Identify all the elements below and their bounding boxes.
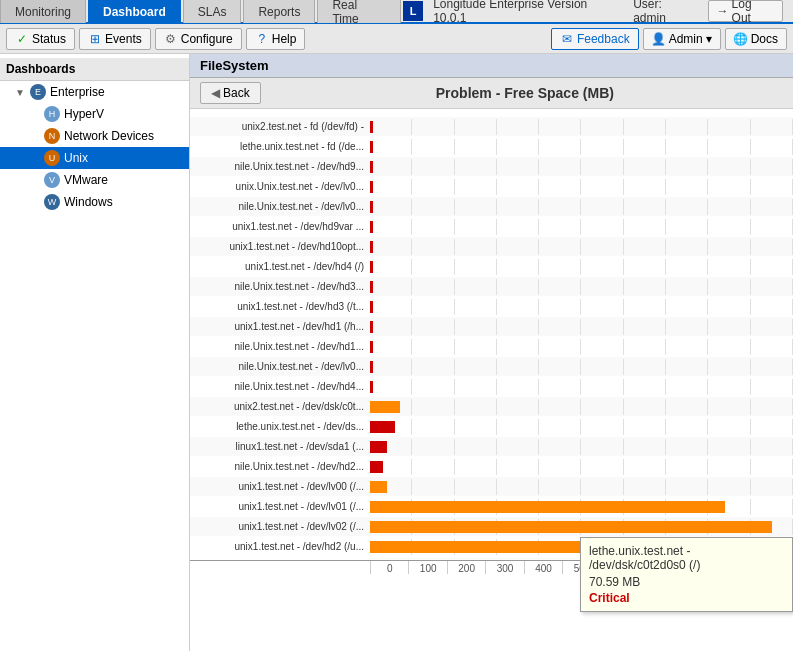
chart-row[interactable]: nile.Unix.test.net - /dev/hd4... xyxy=(190,377,793,396)
admin-icon: 👤 xyxy=(652,32,666,46)
logout-icon: → xyxy=(717,4,729,18)
chart-bar-area xyxy=(370,419,793,435)
tab-slas[interactable]: SLAs xyxy=(183,0,242,23)
events-button[interactable]: ⊞ Events xyxy=(79,28,151,50)
chart-bar xyxy=(370,521,772,533)
tooltip: lethe.unix.test.net - /dev/dsk/c0t2d0s0 … xyxy=(580,537,793,612)
chart-row-label: unix.Unix.test.net - /dev/lv0... xyxy=(190,181,370,192)
chart-title: Problem - Free Space (MB) xyxy=(267,85,783,101)
chart-bar-area xyxy=(370,499,793,515)
chart-row[interactable]: nile.Unix.test.net - /dev/hd9... xyxy=(190,157,793,176)
chart-row[interactable]: nile.Unix.test.net - /dev/lv0... xyxy=(190,357,793,376)
chart-row[interactable]: unix1.test.net - /dev/lv00 (/... xyxy=(190,477,793,496)
chart-row[interactable]: unix2.test.net - fd (/dev/fd) - xyxy=(190,117,793,136)
admin-button[interactable]: 👤 Admin ▾ xyxy=(643,28,721,50)
sidebar-item-windows[interactable]: W Windows xyxy=(0,191,189,213)
chart-rows: unix2.test.net - fd (/dev/fd) -lethe.uni… xyxy=(190,117,793,556)
chart-row-label: nile.Unix.test.net - /dev/hd3... xyxy=(190,281,370,292)
chart-row[interactable]: unix.Unix.test.net - /dev/lv0... xyxy=(190,177,793,196)
chart-bar xyxy=(370,401,400,413)
status-label: Status xyxy=(32,32,66,46)
chart-bar xyxy=(370,501,725,513)
x-axis-tick: 0 xyxy=(370,561,408,574)
chart-row[interactable]: unix1.test.net - /dev/lv02 (/... xyxy=(190,517,793,536)
app-user: User: admin xyxy=(633,0,697,25)
chart-bar xyxy=(370,201,373,213)
sidebar-vmware-label: VMware xyxy=(64,173,108,187)
logout-label: Log Out xyxy=(732,0,774,25)
chart-row-label: nile.Unix.test.net - /dev/hd9... xyxy=(190,161,370,172)
help-button[interactable]: ? Help xyxy=(246,28,306,50)
tab-monitoring[interactable]: Monitoring xyxy=(0,0,86,23)
chart-row[interactable]: lethe.unix.test.net - /dev/ds... xyxy=(190,417,793,436)
chart-row-label: linux1.test.net - /dev/sda1 (... xyxy=(190,441,370,452)
chart-row[interactable]: nile.Unix.test.net - /dev/hd2... xyxy=(190,457,793,476)
tree-leaf-icon xyxy=(28,108,40,120)
tree-leaf-icon5 xyxy=(28,196,40,208)
feedback-button[interactable]: ✉ Feedback xyxy=(551,28,639,50)
chart-row[interactable]: nile.Unix.test.net - /dev/hd1... xyxy=(190,337,793,356)
status-icon: ✓ xyxy=(15,32,29,46)
app-logo: L xyxy=(403,1,423,21)
chart-bar-area xyxy=(370,339,793,355)
content-toolbar: ◀ Back Problem - Free Space (MB) xyxy=(190,78,793,109)
tab-realtime[interactable]: Real Time xyxy=(317,0,401,23)
chart-row-label: nile.Unix.test.net - /dev/lv0... xyxy=(190,361,370,372)
chart-row[interactable]: unix1.test.net - /dev/hd10opt... xyxy=(190,237,793,256)
docs-label: Docs xyxy=(751,32,778,46)
chart-row[interactable]: unix1.test.net - /dev/hd9var ... xyxy=(190,217,793,236)
chart-bar-area xyxy=(370,519,793,535)
chart-row-label: unix2.test.net - fd (/dev/fd) - xyxy=(190,121,370,132)
sidebar-windows-label: Windows xyxy=(64,195,113,209)
chart-bar-area xyxy=(370,399,793,415)
logout-button[interactable]: → Log Out xyxy=(708,0,783,22)
chart-row[interactable]: unix2.test.net - /dev/dsk/c0t... xyxy=(190,397,793,416)
tree-leaf-icon3 xyxy=(28,152,40,164)
tab-reports[interactable]: Reports xyxy=(243,0,315,23)
tree-expanded-icon: ▼ xyxy=(14,86,26,98)
chart-row-label: unix1.test.net - /dev/hd10opt... xyxy=(190,241,370,252)
sidebar-item-vmware[interactable]: V VMware xyxy=(0,169,189,191)
chart-bar xyxy=(370,381,373,393)
back-button[interactable]: ◀ Back xyxy=(200,82,261,104)
chart-row-label: lethe.unix.test.net - /dev/ds... xyxy=(190,421,370,432)
sidebar-item-hyperv[interactable]: H HyperV xyxy=(0,103,189,125)
chart-row[interactable]: unix1.test.net - /dev/hd4 (/) xyxy=(190,257,793,276)
chart-row[interactable]: linux1.test.net - /dev/sda1 (... xyxy=(190,437,793,456)
chart-bar-area xyxy=(370,199,793,215)
chart-bar xyxy=(370,321,373,333)
app-version: Longitude Enterprise Version 10.0.1 xyxy=(433,0,623,25)
docs-icon: 🌐 xyxy=(734,32,748,46)
enterprise-icon: E xyxy=(30,84,46,100)
chart-row[interactable]: nile.Unix.test.net - /dev/hd3... xyxy=(190,277,793,296)
sidebar-item-enterprise[interactable]: ▼ E Enterprise xyxy=(0,81,189,103)
hyperv-icon: H xyxy=(44,106,60,122)
docs-button[interactable]: 🌐 Docs xyxy=(725,28,787,50)
toolbar-right: ✉ Feedback 👤 Admin ▾ 🌐 Docs xyxy=(551,28,787,50)
status-button[interactable]: ✓ Status xyxy=(6,28,75,50)
chart-row[interactable]: unix1.test.net - /dev/lv01 (/... xyxy=(190,497,793,516)
chart-row-label: nile.Unix.test.net - /dev/lv0... xyxy=(190,201,370,212)
chart-row[interactable]: unix1.test.net - /dev/hd1 (/h... xyxy=(190,317,793,336)
chart-row-label: unix1.test.net - /dev/hd3 (/t... xyxy=(190,301,370,312)
main-layout: Dashboards ▼ E Enterprise H HyperV N Net… xyxy=(0,54,793,651)
sidebar-hyperv-label: HyperV xyxy=(64,107,104,121)
chart-row[interactable]: lethe.unix.test.net - fd (/de... xyxy=(190,137,793,156)
feedback-label: Feedback xyxy=(577,32,630,46)
sidebar-item-network-devices[interactable]: N Network Devices xyxy=(0,125,189,147)
tooltip-status: Critical xyxy=(589,591,784,605)
chart-bar-area xyxy=(370,319,793,335)
admin-label: Admin xyxy=(669,32,703,46)
windows-icon: W xyxy=(44,194,60,210)
tab-dashboard[interactable]: Dashboard xyxy=(88,0,181,23)
chart-row[interactable]: nile.Unix.test.net - /dev/lv0... xyxy=(190,197,793,216)
x-axis-tick: 400 xyxy=(524,561,562,574)
configure-button[interactable]: ⚙ Configure xyxy=(155,28,242,50)
chart-row-label: unix1.test.net - /dev/hd4 (/) xyxy=(190,261,370,272)
chart-row[interactable]: unix1.test.net - /dev/hd3 (/t... xyxy=(190,297,793,316)
sidebar-item-unix[interactable]: U Unix xyxy=(0,147,189,169)
chart-bar xyxy=(370,221,373,233)
vmware-icon: V xyxy=(44,172,60,188)
chart-bar-area xyxy=(370,259,793,275)
chart-bar xyxy=(370,261,373,273)
